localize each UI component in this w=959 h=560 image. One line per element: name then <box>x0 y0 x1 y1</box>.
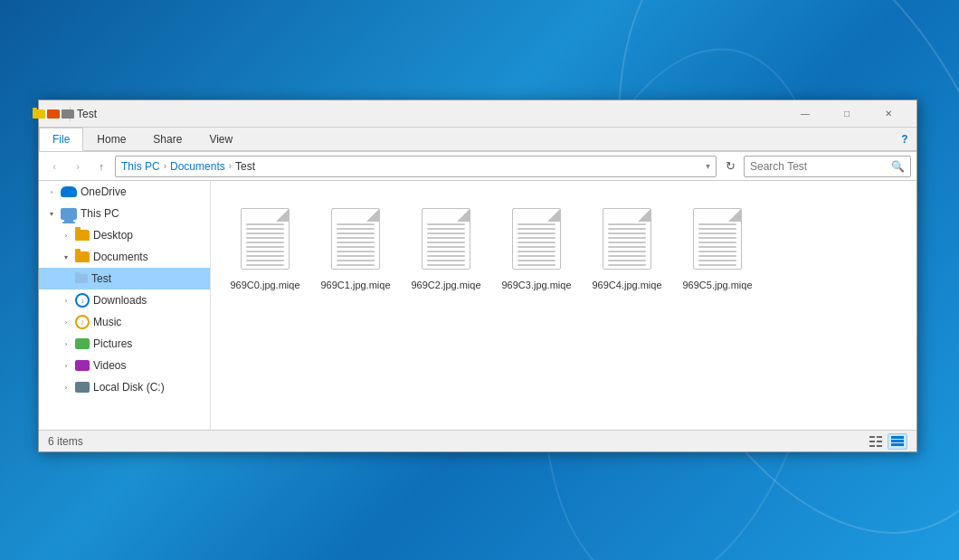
search-input[interactable] <box>750 160 891 173</box>
title-bar-icon <box>46 107 61 121</box>
thispc-icon <box>61 208 77 220</box>
sidebar-label-thispc: This PC <box>81 207 119 220</box>
refresh-button[interactable]: ↻ <box>720 157 740 176</box>
pictures-icon <box>75 338 90 349</box>
file-doc-0 <box>241 208 290 270</box>
ribbon-tabs: File Home Share View ? <box>39 128 916 151</box>
breadcrumb-arrow-1: › <box>164 161 166 171</box>
file-icon-1 <box>327 203 385 275</box>
status-bar: 6 items <box>39 430 916 451</box>
sidebar-item-thispc[interactable]: ▾ This PC <box>39 203 210 224</box>
file-lines-3 <box>517 223 555 270</box>
test-folder-icon <box>75 274 88 283</box>
file-doc-2 <box>422 208 470 270</box>
forward-button[interactable]: › <box>68 157 88 176</box>
sidebar-item-music[interactable]: › ♪ Music <box>39 311 210 333</box>
file-item-1[interactable]: 969C1.jpg.miqe <box>315 199 396 295</box>
expand-icon-downloads: › <box>61 295 71 306</box>
file-item-5[interactable]: 969C5.jpg.miqe <box>677 199 758 295</box>
file-name-4: 969C4.jpg.miqe <box>592 279 661 291</box>
file-lines-4 <box>608 223 646 270</box>
sidebar-item-onedrive[interactable]: › OneDrive <box>39 181 210 203</box>
file-icon-4 <box>598 203 656 275</box>
tab-view[interactable]: View <box>195 128 246 150</box>
expand-icon-localdisk: › <box>61 382 71 393</box>
tab-home[interactable]: Home <box>83 128 139 150</box>
back-button[interactable]: ‹ <box>44 157 64 176</box>
sidebar-label-videos: Videos <box>93 359 126 372</box>
expand-icon-videos: › <box>61 360 71 371</box>
sidebar: › OneDrive ▾ This PC › Desktop <box>39 181 211 430</box>
close-button[interactable]: ✕ <box>868 100 909 128</box>
file-item-4[interactable]: 969C4.jpg.miqe <box>586 199 668 295</box>
file-name-3: 969C3.jpg.miqe <box>501 279 571 291</box>
breadcrumb-thispc[interactable]: This PC <box>121 160 160 173</box>
onedrive-icon <box>61 186 77 197</box>
window-title: Test <box>77 108 784 120</box>
sidebar-item-videos[interactable]: › Videos <box>39 355 210 376</box>
expand-icon-documents: ▾ <box>61 252 71 262</box>
svg-rect-1 <box>877 436 882 438</box>
file-name-2: 969C2.jpg.miqe <box>411 279 480 291</box>
svg-rect-2 <box>869 441 875 442</box>
file-icon-3 <box>508 203 565 275</box>
file-lines-2 <box>427 223 465 270</box>
sidebar-label-documents: Documents <box>93 251 148 263</box>
sidebar-item-documents[interactable]: ▾ Documents <box>39 246 210 268</box>
search-bar: 🔍 <box>744 156 911 177</box>
file-item-2[interactable]: 969C2.jpg.miqe <box>405 199 487 295</box>
sidebar-item-pictures[interactable]: › Pictures <box>39 333 210 355</box>
sidebar-item-desktop[interactable]: › Desktop <box>39 224 210 246</box>
sidebar-label-pictures: Pictures <box>93 337 132 350</box>
file-area: 969C0.jpg.miqe 969C1.jpg.miqe <box>211 181 916 430</box>
breadcrumb-documents[interactable]: Documents <box>170 160 225 173</box>
breadcrumb-dropdown-icon[interactable]: ▾ <box>706 161 710 171</box>
minimize-button[interactable]: — <box>784 100 826 128</box>
ribbon: File Home Share View ? <box>39 128 916 152</box>
address-bar: ‹ › ↑ This PC › Documents › Test ▾ ↻ 🔍 <box>39 152 916 181</box>
maximize-button[interactable]: □ <box>826 100 868 128</box>
file-name-1: 969C1.jpg.miqe <box>320 279 390 291</box>
sidebar-label-downloads: Downloads <box>93 294 147 307</box>
sidebar-item-test[interactable]: Test <box>39 268 210 289</box>
sidebar-label-desktop: Desktop <box>93 229 133 242</box>
grid-view-button[interactable] <box>888 433 907 450</box>
search-icon[interactable]: 🔍 <box>891 160 905 173</box>
file-doc-1 <box>331 208 380 270</box>
explorer-window: Test — □ ✕ File Home Share View ? ‹ › ↑ … <box>38 100 917 452</box>
file-item-0[interactable]: 969C0.jpg.miqe <box>224 199 306 295</box>
file-icon-0 <box>236 203 294 275</box>
list-view-button[interactable] <box>866 433 886 450</box>
file-icon-5 <box>688 203 746 275</box>
file-item-3[interactable]: 969C3.jpg.miqe <box>496 199 577 295</box>
expand-icon-desktop: › <box>61 230 71 241</box>
file-name-5: 969C5.jpg.miqe <box>682 279 752 291</box>
list-view-icon <box>869 436 882 447</box>
documents-folder-icon <box>75 252 90 262</box>
expand-icon-onedrive: › <box>46 186 57 197</box>
svg-rect-8 <box>891 443 904 446</box>
svg-rect-6 <box>891 436 904 439</box>
sidebar-label-music: Music <box>93 316 121 328</box>
file-lines-5 <box>698 223 736 270</box>
sidebar-item-localdisk[interactable]: › Local Disk (C:) <box>39 376 210 398</box>
desktop-folder-icon <box>75 230 90 241</box>
videos-icon <box>75 360 90 371</box>
breadcrumb-arrow-2: › <box>229 161 232 171</box>
file-doc-4 <box>603 208 651 270</box>
file-icon-2 <box>417 203 475 275</box>
up-button[interactable]: ↑ <box>91 157 111 176</box>
tab-share[interactable]: Share <box>139 128 195 150</box>
title-bar: Test — □ ✕ <box>39 100 916 128</box>
svg-rect-3 <box>877 441 882 442</box>
sidebar-item-downloads[interactable]: › ↓ Downloads <box>39 289 210 311</box>
expand-icon-thispc: ▾ <box>46 208 57 219</box>
hdd-icon <box>75 382 90 393</box>
sidebar-label-onedrive: OneDrive <box>81 185 127 198</box>
breadcrumb-test: Test <box>235 160 255 173</box>
help-button[interactable]: ? <box>893 128 916 150</box>
window-controls: — □ ✕ <box>784 100 909 128</box>
svg-rect-5 <box>877 445 882 447</box>
tab-file[interactable]: File <box>39 128 83 151</box>
main-area: › OneDrive ▾ This PC › Desktop <box>39 181 916 430</box>
